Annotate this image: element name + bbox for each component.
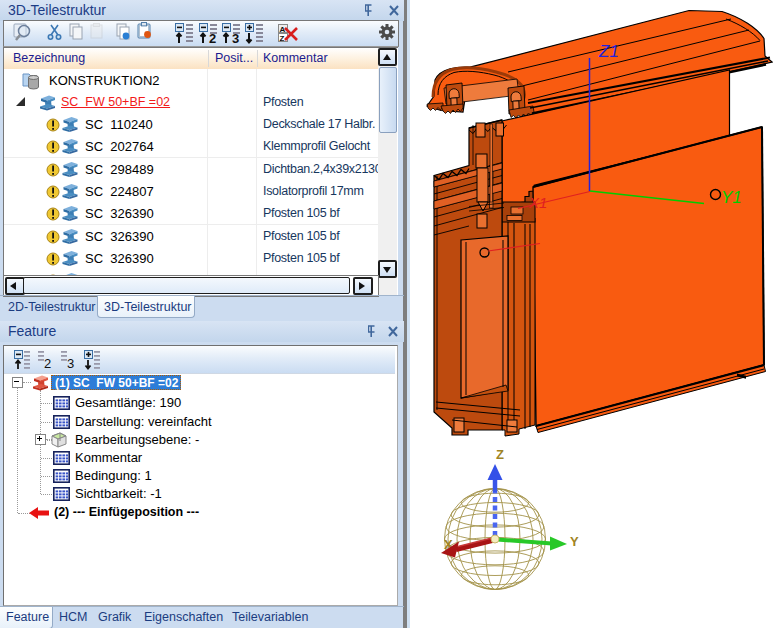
svg-text:Z: Z (496, 447, 504, 462)
svg-text:2: 2 (209, 31, 216, 46)
svg-text:3: 3 (232, 31, 239, 46)
svg-text:2: 2 (44, 356, 51, 371)
svg-text:Y1: Y1 (721, 188, 742, 207)
svg-text:Z: Z (280, 34, 285, 43)
svg-text:X1: X1 (528, 194, 547, 211)
svg-text:3: 3 (67, 356, 74, 371)
svg-text:Z1: Z1 (598, 42, 619, 61)
svg-text:Y: Y (570, 534, 579, 549)
